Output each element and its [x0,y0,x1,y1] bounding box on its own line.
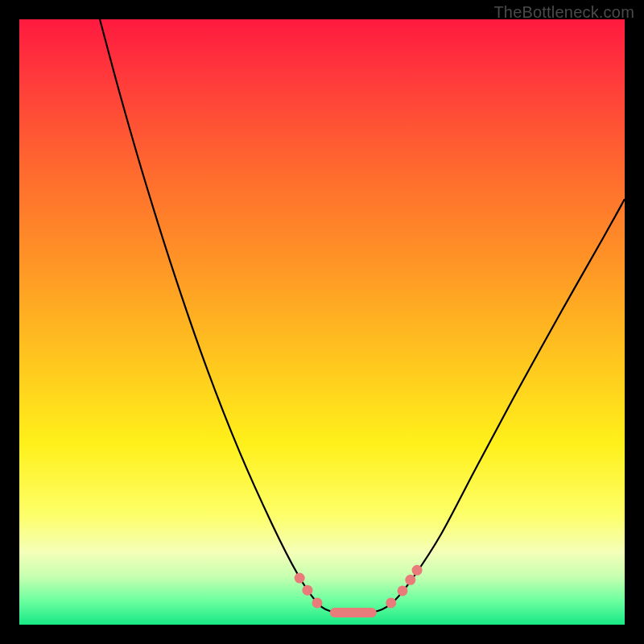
chart-curve-layer [19,19,625,625]
curve-markers-group [295,565,423,609]
bottleneck-curve-path [100,19,625,613]
watermark-label: TheBottleneck.com [493,3,634,22]
curve-marker [405,575,415,585]
curve-marker [412,565,423,576]
dead-zone-band [330,608,377,617]
curve-marker [295,573,305,584]
curve-marker [312,597,322,608]
curve-marker [398,585,408,596]
chart-frame: TheBottleneck.com [0,0,644,644]
curve-marker [302,585,312,596]
curve-marker [386,597,396,608]
